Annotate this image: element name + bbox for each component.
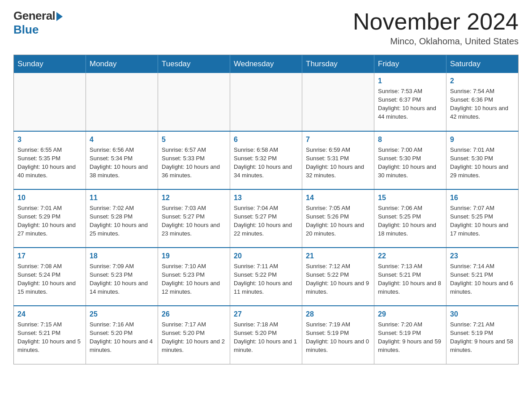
day-number: 21 — [306, 251, 370, 261]
day-number: 19 — [162, 251, 226, 261]
calendar-day-cell: 9Sunrise: 7:01 AMSunset: 5:30 PMDaylight… — [446, 131, 519, 189]
day-number: 13 — [234, 193, 298, 203]
day-number: 12 — [162, 193, 226, 203]
day-number: 1 — [378, 76, 442, 86]
calendar-day-cell: 6Sunrise: 6:58 AMSunset: 5:32 PMDaylight… — [230, 131, 302, 189]
day-number: 24 — [17, 309, 82, 319]
calendar-day-cell: 27Sunrise: 7:18 AMSunset: 5:20 PMDayligh… — [230, 306, 302, 364]
calendar-day-cell: 14Sunrise: 7:05 AMSunset: 5:26 PMDayligh… — [302, 189, 374, 248]
calendar-week-row: 10Sunrise: 7:01 AMSunset: 5:29 PMDayligh… — [14, 189, 519, 248]
day-info-text: Sunrise: 7:53 AMSunset: 6:37 PMDaylight:… — [378, 87, 442, 121]
location-subtitle: Minco, Oklahoma, United States — [353, 36, 519, 47]
logo-arrow-icon — [56, 12, 63, 21]
calendar-day-cell: 19Sunrise: 7:10 AMSunset: 5:23 PMDayligh… — [158, 248, 230, 306]
logo: General Blue — [13, 9, 64, 37]
day-info-text: Sunrise: 7:07 AMSunset: 5:25 PMDaylight:… — [450, 204, 515, 238]
day-number: 16 — [450, 193, 515, 203]
calendar-day-cell: 21Sunrise: 7:12 AMSunset: 5:22 PMDayligh… — [302, 248, 374, 306]
day-number: 26 — [162, 309, 226, 319]
logo-general-text: General — [13, 9, 55, 23]
calendar-day-cell: 16Sunrise: 7:07 AMSunset: 5:25 PMDayligh… — [446, 189, 519, 248]
calendar-day-cell — [302, 73, 374, 131]
day-number: 17 — [17, 251, 82, 261]
day-number: 30 — [450, 309, 515, 319]
calendar-header-row: SundayMondayTuesdayWednesdayThursdayFrid… — [14, 55, 519, 73]
day-info-text: Sunrise: 6:57 AMSunset: 5:33 PMDaylight:… — [162, 146, 226, 180]
calendar-day-cell: 29Sunrise: 7:20 AMSunset: 5:19 PMDayligh… — [374, 306, 446, 364]
calendar-day-cell: 20Sunrise: 7:11 AMSunset: 5:22 PMDayligh… — [230, 248, 302, 306]
title-area: November 2024 Minco, Oklahoma, United St… — [353, 9, 519, 47]
day-info-text: Sunrise: 7:12 AMSunset: 5:22 PMDaylight:… — [306, 262, 370, 296]
calendar-day-cell: 17Sunrise: 7:08 AMSunset: 5:24 PMDayligh… — [14, 248, 86, 306]
calendar-week-row: 17Sunrise: 7:08 AMSunset: 5:24 PMDayligh… — [14, 248, 519, 306]
day-number: 22 — [378, 251, 442, 261]
calendar-day-cell: 12Sunrise: 7:03 AMSunset: 5:27 PMDayligh… — [158, 189, 230, 248]
weekday-header-saturday: Saturday — [446, 55, 519, 73]
weekday-header-monday: Monday — [86, 55, 158, 73]
day-info-text: Sunrise: 6:59 AMSunset: 5:31 PMDaylight:… — [306, 146, 370, 180]
calendar-day-cell: 18Sunrise: 7:09 AMSunset: 5:23 PMDayligh… — [86, 248, 158, 306]
day-number: 4 — [90, 134, 154, 145]
calendar-day-cell: 10Sunrise: 7:01 AMSunset: 5:29 PMDayligh… — [14, 189, 86, 248]
calendar-day-cell: 23Sunrise: 7:14 AMSunset: 5:21 PMDayligh… — [446, 248, 519, 306]
day-info-text: Sunrise: 7:54 AMSunset: 6:36 PMDaylight:… — [450, 87, 515, 121]
day-info-text: Sunrise: 7:03 AMSunset: 5:27 PMDaylight:… — [162, 204, 226, 238]
day-info-text: Sunrise: 7:19 AMSunset: 5:19 PMDaylight:… — [306, 321, 370, 354]
calendar-day-cell — [230, 73, 302, 131]
calendar-day-cell: 4Sunrise: 6:56 AMSunset: 5:34 PMDaylight… — [86, 131, 158, 189]
calendar-day-cell: 22Sunrise: 7:13 AMSunset: 5:21 PMDayligh… — [374, 248, 446, 306]
day-number: 5 — [162, 134, 226, 145]
day-number: 28 — [306, 309, 370, 319]
day-number: 25 — [90, 309, 154, 319]
calendar-day-cell: 7Sunrise: 6:59 AMSunset: 5:31 PMDaylight… — [302, 131, 374, 189]
calendar-day-cell: 26Sunrise: 7:17 AMSunset: 5:20 PMDayligh… — [158, 306, 230, 364]
day-number: 23 — [450, 251, 515, 261]
day-info-text: Sunrise: 7:01 AMSunset: 5:29 PMDaylight:… — [17, 204, 82, 238]
day-info-text: Sunrise: 7:10 AMSunset: 5:23 PMDaylight:… — [162, 262, 226, 296]
day-number: 3 — [17, 134, 82, 145]
day-info-text: Sunrise: 6:56 AMSunset: 5:34 PMDaylight:… — [90, 146, 154, 180]
calendar-day-cell: 11Sunrise: 7:02 AMSunset: 5:28 PMDayligh… — [86, 189, 158, 248]
page-header: General Blue November 2024 Minco, Oklaho… — [13, 9, 519, 47]
calendar-day-cell: 2Sunrise: 7:54 AMSunset: 6:36 PMDaylight… — [446, 73, 519, 131]
day-number: 9 — [450, 134, 515, 145]
day-info-text: Sunrise: 7:20 AMSunset: 5:19 PMDaylight:… — [378, 321, 442, 354]
calendar-day-cell: 8Sunrise: 7:00 AMSunset: 5:30 PMDaylight… — [374, 131, 446, 189]
day-info-text: Sunrise: 7:15 AMSunset: 5:21 PMDaylight:… — [17, 321, 82, 354]
calendar-day-cell: 3Sunrise: 6:55 AMSunset: 5:35 PMDaylight… — [14, 131, 86, 189]
day-number: 6 — [234, 134, 298, 145]
calendar-day-cell: 30Sunrise: 7:21 AMSunset: 5:19 PMDayligh… — [446, 306, 519, 364]
day-number: 14 — [306, 193, 370, 203]
day-number: 2 — [450, 76, 515, 86]
day-number: 7 — [306, 134, 370, 145]
day-info-text: Sunrise: 7:05 AMSunset: 5:26 PMDaylight:… — [306, 204, 370, 238]
day-info-text: Sunrise: 7:14 AMSunset: 5:21 PMDaylight:… — [450, 262, 515, 296]
day-number: 18 — [90, 251, 154, 261]
weekday-header-sunday: Sunday — [14, 55, 86, 73]
calendar-day-cell: 25Sunrise: 7:16 AMSunset: 5:20 PMDayligh… — [86, 306, 158, 364]
calendar-day-cell: 1Sunrise: 7:53 AMSunset: 6:37 PMDaylight… — [374, 73, 446, 131]
day-number: 10 — [17, 193, 82, 203]
day-info-text: Sunrise: 7:16 AMSunset: 5:20 PMDaylight:… — [90, 321, 154, 354]
calendar-day-cell — [158, 73, 230, 131]
day-info-text: Sunrise: 7:02 AMSunset: 5:28 PMDaylight:… — [90, 204, 154, 238]
day-number: 20 — [234, 251, 298, 261]
calendar-day-cell: 15Sunrise: 7:06 AMSunset: 5:25 PMDayligh… — [374, 189, 446, 248]
day-info-text: Sunrise: 7:18 AMSunset: 5:20 PMDaylight:… — [234, 321, 298, 354]
weekday-header-wednesday: Wednesday — [230, 55, 302, 73]
month-title: November 2024 — [353, 9, 519, 34]
day-info-text: Sunrise: 7:13 AMSunset: 5:21 PMDaylight:… — [378, 262, 442, 296]
logo-blue-text: Blue — [13, 23, 39, 37]
calendar-week-row: 3Sunrise: 6:55 AMSunset: 5:35 PMDaylight… — [14, 131, 519, 189]
day-info-text: Sunrise: 7:08 AMSunset: 5:24 PMDaylight:… — [17, 262, 82, 296]
calendar-day-cell: 5Sunrise: 6:57 AMSunset: 5:33 PMDaylight… — [158, 131, 230, 189]
calendar-day-cell: 24Sunrise: 7:15 AMSunset: 5:21 PMDayligh… — [14, 306, 86, 364]
day-info-text: Sunrise: 7:01 AMSunset: 5:30 PMDaylight:… — [450, 146, 515, 180]
day-number: 11 — [90, 193, 154, 203]
day-info-text: Sunrise: 7:06 AMSunset: 5:25 PMDaylight:… — [378, 204, 442, 238]
day-info-text: Sunrise: 6:55 AMSunset: 5:35 PMDaylight:… — [17, 146, 82, 180]
calendar-week-row: 24Sunrise: 7:15 AMSunset: 5:21 PMDayligh… — [14, 306, 519, 364]
calendar-table: SundayMondayTuesdayWednesdayThursdayFrid… — [13, 55, 519, 364]
day-info-text: Sunrise: 7:21 AMSunset: 5:19 PMDaylight:… — [450, 321, 515, 354]
day-info-text: Sunrise: 7:09 AMSunset: 5:23 PMDaylight:… — [90, 262, 154, 296]
